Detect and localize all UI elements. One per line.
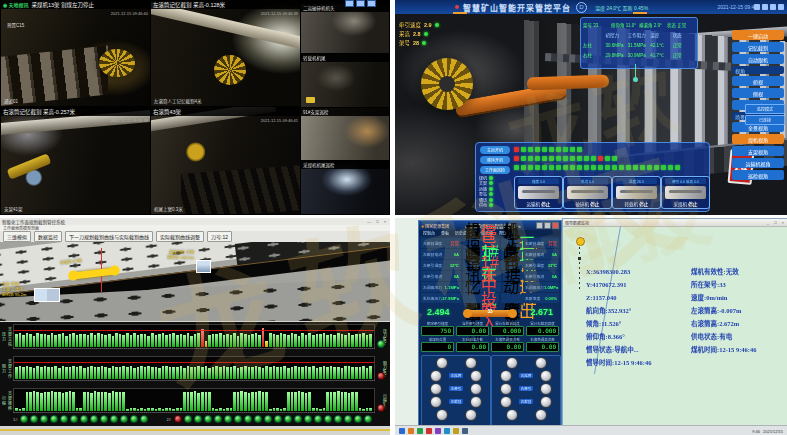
mini-panel-item[interactable]: 监控模式 <box>745 104 785 114</box>
support-indicator[interactable] <box>633 165 638 170</box>
menu-button[interactable]: 煤机视角 <box>732 134 784 144</box>
support-indicator[interactable] <box>528 147 533 152</box>
support-indicator[interactable] <box>570 165 575 170</box>
miner-photo[interactable] <box>196 260 211 273</box>
taskbar-icon[interactable] <box>417 428 423 434</box>
sequence-button[interactable]: 主运开机 <box>480 146 510 154</box>
round-button[interactable] <box>535 357 547 369</box>
mini-panel-item[interactable]: 已连接 <box>745 115 785 125</box>
support-indicator[interactable] <box>584 165 589 170</box>
support-indicator[interactable] <box>563 165 568 170</box>
camera-cell[interactable]: 天地视讯采煤机13架 割煤左刀停止2021-12-15 09:46:40预置C1… <box>1 0 150 106</box>
menu-item[interactable]: 查看 <box>441 230 449 236</box>
support-indicator[interactable] <box>514 165 519 170</box>
taskbar-icon[interactable] <box>444 428 450 434</box>
support-indicator[interactable] <box>612 156 617 161</box>
nav-window-controls[interactable]: _ □ × <box>767 220 786 225</box>
sequence-button[interactable]: 工作面巡检 <box>480 166 510 174</box>
support-indicator[interactable] <box>514 147 519 152</box>
round-button[interactable] <box>500 383 512 395</box>
round-button[interactable] <box>500 370 512 382</box>
round-button[interactable] <box>470 383 482 395</box>
support-indicator[interactable] <box>675 165 680 170</box>
equipment-card[interactable]: 速度 0.0运输机 停止 <box>514 176 563 209</box>
round-button[interactable] <box>470 396 482 408</box>
support-indicator[interactable] <box>549 156 554 161</box>
support-indicator[interactable] <box>542 156 547 161</box>
support-indicator[interactable] <box>521 165 526 170</box>
support-indicator[interactable] <box>598 156 603 161</box>
toolbar-button[interactable]: 实际截割曲线调整 <box>156 231 204 242</box>
equipment-card[interactable]: 温度 26.5转载机 停止 <box>612 176 661 209</box>
support-indicator[interactable] <box>570 156 575 161</box>
taskbar-icon[interactable] <box>399 428 405 434</box>
replay-icon[interactable] <box>306 97 315 103</box>
round-button[interactable] <box>506 357 518 369</box>
support-indicator[interactable] <box>626 165 631 170</box>
support-indicator[interactable] <box>521 147 526 152</box>
support-indicator[interactable] <box>535 156 540 161</box>
round-button[interactable] <box>430 396 442 408</box>
miner-photo-pair[interactable] <box>34 288 60 302</box>
round-button[interactable] <box>436 357 448 369</box>
support-indicator[interactable] <box>549 165 554 170</box>
control-window-controls[interactable] <box>536 222 559 229</box>
seam-profile-map[interactable]: 采煤机 37架 采煤司机 王明距机头 130.5m 班长 李强支架工 张伟距机头… <box>0 242 390 321</box>
support-indicator[interactable] <box>556 147 561 152</box>
menu-item[interactable]: 控制台 <box>423 230 435 236</box>
support-indicator[interactable] <box>542 165 547 170</box>
round-button[interactable] <box>540 370 552 382</box>
support-indicator[interactable] <box>598 165 603 170</box>
camera-cell-small[interactable]: 91#支架巡检 <box>301 108 389 160</box>
support-indicator[interactable] <box>668 165 673 170</box>
support-indicator[interactable] <box>591 156 596 161</box>
menu-button[interactable]: 巡检视角 <box>732 170 784 180</box>
support-indicator[interactable] <box>570 147 575 152</box>
support-indicator[interactable] <box>661 165 666 170</box>
round-button[interactable] <box>430 370 442 382</box>
camera-cell-small[interactable]: 采煤机机尾巡检 <box>301 161 389 214</box>
menu-button[interactable]: 自动跟机 <box>732 54 784 64</box>
camera-cell-small[interactable]: 二运破碎机机头 <box>301 4 389 53</box>
support-indicator[interactable] <box>535 165 540 170</box>
round-button[interactable] <box>465 409 477 421</box>
support-indicator[interactable] <box>605 156 610 161</box>
round-button[interactable] <box>506 409 518 421</box>
round-button[interactable] <box>436 409 448 421</box>
sequence-button[interactable]: 顺序开机 <box>480 156 510 164</box>
support-indicator[interactable] <box>514 156 519 161</box>
round-button[interactable] <box>465 357 477 369</box>
menu-button[interactable]: 俯视 <box>732 76 784 86</box>
camera-cell[interactable]: 左滚筒记忆截割 采高-0.128米2021-12-15 09:46:39左滚筒人… <box>151 0 300 106</box>
support-indicator[interactable] <box>640 165 645 170</box>
support-indicator[interactable] <box>591 165 596 170</box>
taskbar-icon[interactable] <box>408 428 414 434</box>
support-indicator[interactable] <box>563 156 568 161</box>
taskbar-icon[interactable] <box>426 428 432 434</box>
round-button[interactable] <box>470 370 482 382</box>
menu-button[interactable]: 运输机视角 <box>732 158 784 168</box>
round-button[interactable] <box>535 409 547 421</box>
support-indicator[interactable] <box>563 147 568 152</box>
support-indicator[interactable] <box>528 156 533 161</box>
support-indicator[interactable] <box>521 156 526 161</box>
toolbar-button[interactable]: 下一刀规划截割曲线与实际截割曲线 <box>65 231 153 242</box>
taskbar-icon[interactable] <box>453 428 459 434</box>
support-indicator[interactable] <box>556 165 561 170</box>
support-indicator[interactable] <box>577 156 582 161</box>
menu-button[interactable]: 记忆截割 <box>732 42 784 52</box>
support-indicator[interactable] <box>577 165 582 170</box>
support-indicator[interactable] <box>612 165 617 170</box>
taskbar-icon[interactable] <box>435 428 441 434</box>
camera-cell[interactable]: 右滚筒43架2021-12-15 09:46:41机尾上窜0.3米 <box>151 107 300 214</box>
system-tray[interactable]: 9:46 2021/12/15 <box>752 429 783 434</box>
equipment-card[interactable]: 电流 0.0破碎机 停止 <box>563 176 612 209</box>
video-wall-window-icons[interactable] <box>345 0 376 6</box>
support-indicator[interactable] <box>577 147 582 152</box>
menu-button[interactable]: 支架视角 <box>732 146 784 156</box>
header-window-icons[interactable] <box>754 4 784 10</box>
menu-button[interactable]: 一键启动 <box>732 30 784 40</box>
support-indicator[interactable] <box>605 165 610 170</box>
toolbar-button[interactable]: 刀号:12 <box>207 231 232 242</box>
support-indicator[interactable] <box>549 147 554 152</box>
